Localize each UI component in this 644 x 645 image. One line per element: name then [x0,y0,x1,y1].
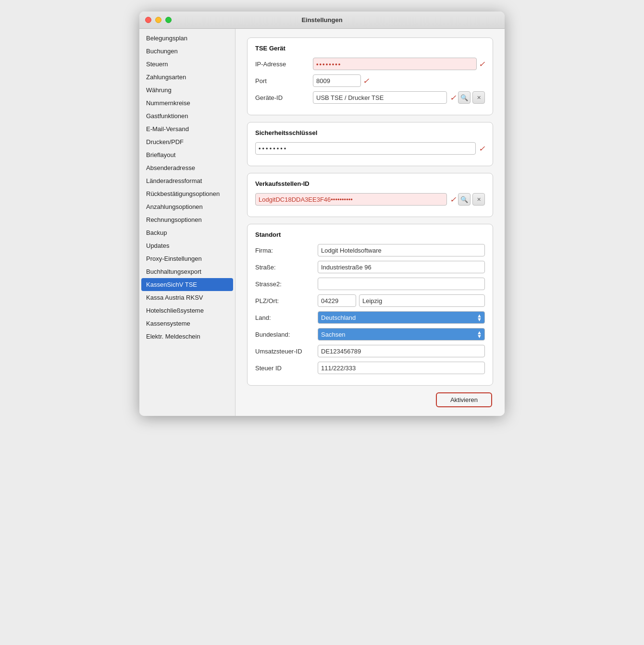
land-label: Land: [255,314,318,321]
clear-icon: ✕ [477,196,481,203]
plz-input[interactable] [318,294,356,307]
verkaufsstellen-id-row: ✓ 🔍 ✕ [255,193,485,206]
sidebar-item-backup[interactable]: Backup [139,226,235,239]
port-row: Port ✓ [255,74,485,87]
verkaufsstellen-id-input-group: ✓ 🔍 ✕ [255,193,485,206]
land-select[interactable]: Deutschland [318,311,485,324]
verkaufsstellen-id-checkmark: ✓ [450,195,456,204]
sidebar-item-hotelschliess[interactable]: Hotelschließsysteme [139,304,235,317]
land-row: Land: Deutschland ▲ ▼ [255,311,485,324]
verkaufsstellen-id-title: Verkaufsstellen-ID [255,180,485,187]
ip-checkmark: ✓ [479,60,485,69]
firma-input[interactable] [318,244,485,256]
verkaufsstellen-id-section: Verkaufsstellen-ID ✓ 🔍 ✕ [247,173,493,217]
aktivieren-row: Aktivieren [247,392,493,407]
main-content: TSE Gerät IP-Adresse ✓ Port ✓ Geräte-ID [235,29,505,416]
sidebar-item-steuern[interactable]: Steuern [139,58,235,71]
sidebar-item-brieflayout[interactable]: Brieflayout [139,148,235,161]
ip-adresse-input[interactable] [313,58,477,70]
sidebar-item-rueckbestaetigung[interactable]: Rückbestätigungsoptionen [139,187,235,200]
firma-label: Firma: [255,247,318,254]
ust-id-label: Umsatzsteuer-ID [255,348,318,355]
sicherheitsschluessel-checkmark: ✓ [479,144,485,153]
geraete-id-clear-button[interactable]: ✕ [472,91,485,104]
sidebar-item-nummernkreise[interactable]: Nummernkreise [139,97,235,110]
window-controls [145,17,172,23]
strasse-label: Straße: [255,264,318,271]
sidebar-item-proxy[interactable]: Proxy-Einstellungen [139,252,235,265]
sidebar-item-kassensysteme[interactable]: Kassensysteme [139,317,235,330]
bundesland-select[interactable]: Sachsen [318,328,485,341]
strasse-input[interactable] [318,261,485,273]
port-label: Port [255,77,313,85]
strasse2-input[interactable] [318,278,485,290]
search-icon: 🔍 [460,94,468,101]
ort-input[interactable] [359,294,485,307]
verkaufsstellen-clear-button[interactable]: ✕ [472,193,485,206]
geraete-id-search-button[interactable]: 🔍 [458,91,471,104]
aktivieren-button[interactable]: Aktivieren [436,392,492,407]
standort-title: Standort [255,231,485,238]
search-icon: 🔍 [460,196,468,203]
window-body: Belegungsplan Buchungen Steuern Zahlungs… [139,29,505,416]
verkaufsstellen-search-button[interactable]: 🔍 [458,193,471,206]
sidebar-item-email-versand[interactable]: E-Mail-Versand [139,122,235,135]
sidebar-item-updates[interactable]: Updates [139,239,235,252]
geraete-id-checkmark: ✓ [450,93,456,102]
sicherheitsschluessel-input[interactable] [255,142,476,155]
sidebar-item-buchhaltungsexport[interactable]: Buchhaltungsexport [139,265,235,278]
clear-icon: ✕ [477,95,481,101]
port-checkmark: ✓ [363,76,369,85]
sidebar-item-rechnungsoptionen[interactable]: Rechnungsoptionen [139,213,235,226]
sidebar-item-laenderadressformat[interactable]: Länderadressformat [139,174,235,187]
minimize-button[interactable] [155,17,161,23]
password-row: ✓ [255,142,485,155]
sicherheitsschluessel-title: Sicherheitsschlüssel [255,129,485,136]
strasse-row: Straße: [255,261,485,273]
sidebar-item-waehrung[interactable]: Währung [139,84,235,97]
sidebar-item-drucken-pdf[interactable]: Drucken/PDF [139,135,235,148]
steuer-id-row: Steuer ID [255,362,485,374]
ip-adresse-label: IP-Adresse [255,61,313,68]
bundesland-label: Bundesland: [255,331,318,338]
plz-ort-label: PLZ/Ort: [255,297,318,304]
bundesland-row: Bundesland: Sachsen ▲ ▼ [255,328,485,341]
sidebar-item-kassensichv[interactable]: KassenSichV TSE [141,278,233,291]
plz-ort-row: PLZ/Ort: [255,294,485,307]
maximize-button[interactable] [165,17,172,23]
sidebar-item-zahlungsarten[interactable]: Zahlungsarten [139,71,235,84]
sidebar: Belegungsplan Buchungen Steuern Zahlungs… [139,29,235,416]
steuer-id-input[interactable] [318,362,485,374]
geraete-id-label: Geräte-ID [255,94,313,101]
ust-id-input[interactable] [318,345,485,357]
close-button[interactable] [145,17,151,23]
steuer-id-label: Steuer ID [255,365,318,372]
settings-window: Einstellungen Belegungsplan Buchungen St… [139,12,505,416]
sidebar-item-gastfunktionen[interactable]: Gastfunktionen [139,110,235,122]
land-select-wrapper: Deutschland ▲ ▼ [318,311,485,324]
strasse2-row: Strasse2: [255,278,485,290]
sidebar-item-elektr-meldeschein[interactable]: Elektr. Meldeschein [139,330,235,343]
titlebar: Einstellungen [139,12,505,29]
bundesland-select-wrapper: Sachsen ▲ ▼ [318,328,485,341]
plz-ort-group [318,294,485,307]
window-title: Einstellungen [301,16,342,24]
sidebar-item-belegungsplan[interactable]: Belegungsplan [139,32,235,45]
strasse2-label: Strasse2: [255,280,318,288]
verkaufsstellen-id-input[interactable] [255,193,447,206]
ip-adresse-row: IP-Adresse ✓ [255,58,485,70]
tse-geraet-section: TSE Gerät IP-Adresse ✓ Port ✓ Geräte-ID [247,37,493,115]
geraete-id-input[interactable] [313,91,447,104]
port-input[interactable] [313,74,361,87]
geraete-id-input-group: ✓ 🔍 ✕ [313,91,485,104]
ust-id-row: Umsatzsteuer-ID [255,345,485,357]
sidebar-item-anzahlungsoptionen[interactable]: Anzahlungsoptionen [139,200,235,213]
sidebar-item-buchungen[interactable]: Buchungen [139,45,235,58]
tse-geraet-title: TSE Gerät [255,45,485,52]
geraete-id-row: Geräte-ID ✓ 🔍 ✕ [255,91,485,104]
sidebar-item-kassa-austria[interactable]: Kassa Austria RKSV [139,291,235,304]
sidebar-item-absenderadresse[interactable]: Absenderadresse [139,161,235,174]
sicherheitsschluessel-section: Sicherheitsschlüssel ✓ [247,122,493,166]
firma-row: Firma: [255,244,485,256]
standort-section: Standort Firma: Straße: Strasse2: [247,224,493,386]
